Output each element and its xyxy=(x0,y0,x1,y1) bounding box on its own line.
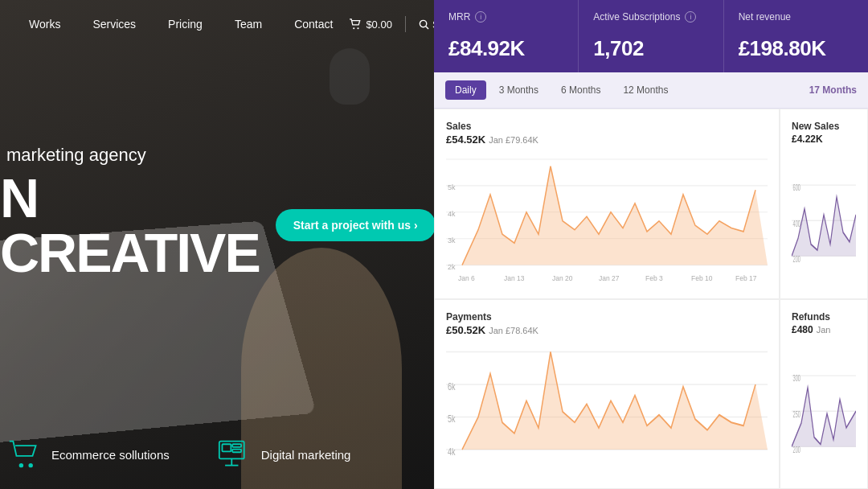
nav-pricing[interactable]: Pricing xyxy=(152,0,219,48)
feature-ecommerce: Ecommerce sollutions xyxy=(8,439,170,470)
marketing-label: Digital marketing xyxy=(261,448,351,462)
svg-text:Jan 20: Jan 20 xyxy=(552,274,573,282)
search-icon xyxy=(419,19,429,30)
monitor-icon xyxy=(218,439,250,470)
svg-text:5k: 5k xyxy=(448,183,456,191)
refunds-chart-area: 200 250 300 xyxy=(792,340,856,483)
search-button[interactable]: Search xyxy=(419,18,434,31)
net-revenue-value: £198.80K xyxy=(739,36,854,61)
payments-value: £50.52K xyxy=(446,324,485,336)
stat-net-revenue: Net revenue £198.80K xyxy=(724,0,868,72)
svg-text:Jan 6: Jan 6 xyxy=(458,274,475,282)
right-panel: MRR i £84.92K Active Subscriptions i 1,7… xyxy=(434,0,868,489)
payments-sub: Jan £78.64K xyxy=(489,326,538,335)
filter-3months[interactable]: 3 Months xyxy=(489,80,548,100)
stats-bar: MRR i £84.92K Active Subscriptions i 1,7… xyxy=(434,0,868,72)
refunds-sub: Jan xyxy=(817,325,831,335)
new-sales-chart-area: 200 400 600 xyxy=(792,150,856,292)
subscriptions-value: 1,702 xyxy=(593,36,708,61)
svg-point-2 xyxy=(420,20,426,27)
svg-rect-9 xyxy=(232,450,241,453)
mrr-label: MRR xyxy=(448,11,470,23)
hero-title-row: N CREATIVE Start a project with us › xyxy=(0,171,434,280)
svg-text:200: 200 xyxy=(793,446,801,454)
svg-text:4k: 4k xyxy=(448,209,456,218)
refunds-value: £480 xyxy=(792,324,813,335)
filter-6months[interactable]: 6 Months xyxy=(551,80,610,100)
payments-title: Payments xyxy=(446,311,768,323)
svg-line-3 xyxy=(426,26,428,28)
subscriptions-info-icon[interactable]: i xyxy=(685,11,696,23)
nav-team[interactable]: Team xyxy=(219,0,278,48)
svg-text:Feb 10: Feb 10 xyxy=(691,274,712,282)
sales-value: £54.52K xyxy=(446,134,485,146)
start-project-button[interactable]: Start a project with us › xyxy=(276,209,434,241)
hero-subtitle: marketing agency xyxy=(0,145,434,166)
svg-text:400: 400 xyxy=(793,220,801,228)
filter-bar: Daily 3 Months 6 Months 12 Months 17 Mon… xyxy=(434,72,868,109)
svg-text:3k: 3k xyxy=(448,236,456,244)
svg-text:2k: 2k xyxy=(448,262,456,271)
mouse-decoration xyxy=(330,48,370,105)
svg-text:600: 600 xyxy=(793,184,801,193)
svg-text:Jan 27: Jan 27 xyxy=(599,274,620,282)
svg-text:5k: 5k xyxy=(448,413,456,424)
svg-text:Feb 17: Feb 17 xyxy=(735,274,756,282)
refunds-title: Refunds xyxy=(792,311,856,323)
svg-point-5 xyxy=(28,463,32,467)
svg-point-4 xyxy=(19,463,23,467)
svg-point-1 xyxy=(358,27,359,29)
svg-point-0 xyxy=(354,27,355,29)
hero-title: N CREATIVE xyxy=(0,171,260,280)
chart-refunds: Refunds £480 Jan 200 250 300 xyxy=(780,299,868,490)
sales-sub: Jan £79.64K xyxy=(489,135,538,145)
svg-text:Jan 13: Jan 13 xyxy=(504,274,525,282)
nav-works[interactable]: Works xyxy=(13,0,76,48)
mrr-info-icon[interactable]: i xyxy=(475,11,486,23)
svg-text:4k: 4k xyxy=(448,446,456,457)
new-sales-value: £4.22K xyxy=(792,134,823,145)
svg-text:250: 250 xyxy=(793,409,801,418)
ecommerce-icon xyxy=(8,439,40,470)
cart-button[interactable]: $0.00 xyxy=(349,18,392,31)
navbar: Works Services Pricing Team Contact $0.0… xyxy=(0,0,434,48)
mrr-value: £84.92K xyxy=(448,36,563,61)
bottom-features: Ecommerce sollutions Digital marketing xyxy=(0,439,434,470)
cart-icon xyxy=(349,18,362,30)
subscriptions-label: Active Subscriptions xyxy=(593,11,680,23)
svg-text:200: 200 xyxy=(793,255,801,264)
filter-12months[interactable]: 12 Months xyxy=(613,80,678,100)
cart-amount: $0.00 xyxy=(366,18,392,31)
payments-chart-area: 4k 5k 6k xyxy=(446,341,768,483)
chart-new-sales: New Sales £4.22K 200 400 600 xyxy=(780,109,868,299)
svg-text:6k: 6k xyxy=(448,380,456,392)
ecommerce-label: Ecommerce sollutions xyxy=(51,448,170,462)
svg-text:Feb 3: Feb 3 xyxy=(645,274,663,282)
new-sales-title: New Sales xyxy=(792,121,856,132)
svg-rect-7 xyxy=(222,444,231,451)
nav-contact[interactable]: Contact xyxy=(278,0,349,48)
svg-rect-8 xyxy=(232,444,241,447)
chart-payments: Payments £50.52K Jan £78.64K 4k 5k 6k xyxy=(434,299,780,490)
stat-mrr: MRR i £84.92K xyxy=(434,0,579,72)
charts-area: Sales £54.52K Jan £79.64K 2k 3k 4k 5k xyxy=(434,109,868,489)
feature-marketing: Digital marketing xyxy=(218,439,351,470)
period-label: 17 Months xyxy=(809,84,857,96)
hero-section: marketing agency N CREATIVE Start a proj… xyxy=(0,145,434,280)
chart-sales: Sales £54.52K Jan £79.64K 2k 3k 4k 5k xyxy=(434,109,780,299)
nav-services[interactable]: Services xyxy=(76,0,152,48)
filter-daily[interactable]: Daily xyxy=(445,80,486,100)
nav-divider xyxy=(405,16,406,32)
stat-subscriptions: Active Subscriptions i 1,702 xyxy=(579,0,723,72)
net-revenue-label: Net revenue xyxy=(739,11,791,23)
nav-right: $0.00 Search xyxy=(349,16,434,32)
sales-chart-area: 2k 3k 4k 5k Jan 6 Jan 13 Jan 20 Jan 27 F… xyxy=(446,150,768,292)
left-panel: Works Services Pricing Team Contact $0.0… xyxy=(0,0,434,489)
sales-title: Sales xyxy=(446,121,768,132)
search-label: Search xyxy=(432,18,434,31)
svg-text:300: 300 xyxy=(793,374,801,383)
